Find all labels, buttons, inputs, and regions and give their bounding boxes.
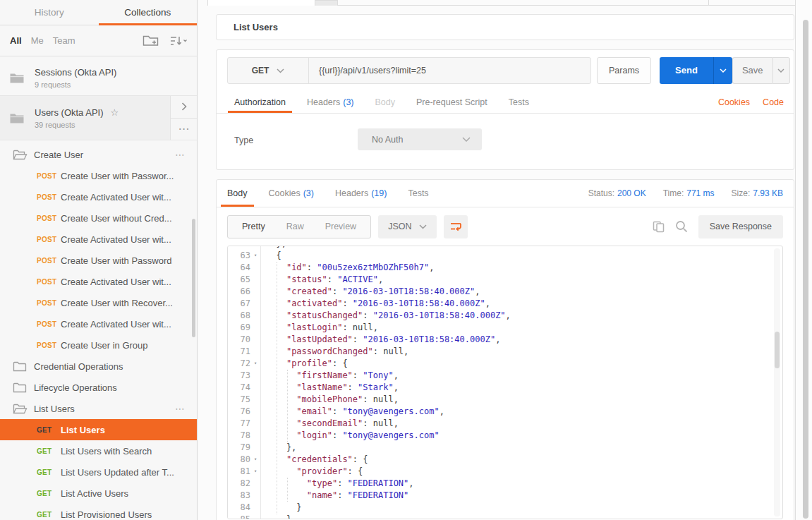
tab-cookies[interactable]: Cookies(3) xyxy=(269,180,314,207)
sidebar-request-create-activated-user-wit[interactable]: POSTCreate Activated User wit... xyxy=(0,313,197,334)
save-response-button[interactable]: Save Response xyxy=(698,215,783,238)
code-line: 70 "lastUpdated": "2016-03-10T18:58:40.0… xyxy=(228,334,772,346)
response-body-viewer[interactable]: 62 },63▾ {64 "id": "00u5zex6ztMbOZhF50h7… xyxy=(227,246,783,519)
sidebar-request-create-user-with-password[interactable]: POSTCreate User with Password xyxy=(0,250,197,271)
format-dropdown[interactable]: JSON xyxy=(378,215,437,238)
sidebar-tab-history[interactable]: History xyxy=(0,0,99,25)
sidebar-request-list-users[interactable]: GETList Users xyxy=(0,419,197,440)
view-mode-preview[interactable]: Preview xyxy=(315,222,367,231)
tabstrip-divider xyxy=(708,0,709,6)
code-token xyxy=(266,370,296,380)
collection-text: Users (Okta API) ☆ 39 requests xyxy=(35,107,119,129)
folder-label: List Users xyxy=(34,404,75,414)
collection-name: Sessions (Okta API) xyxy=(35,67,116,78)
sidebar-request-create-user-with-passwor[interactable]: POSTCreate User with Passwor... xyxy=(0,165,197,186)
fold-icon[interactable]: ▾ xyxy=(250,250,260,262)
cookies-link[interactable]: Cookies xyxy=(718,97,750,107)
sidebar-tab-collections[interactable]: Collections xyxy=(99,0,198,25)
sidebar-request-list-provisioned-users[interactable]: GETList Provisioned Users xyxy=(0,504,197,520)
sidebar-request-list-users-with-search[interactable]: GETList Users with Search xyxy=(0,440,197,461)
sidebar-folder-credential-operations[interactable]: Credential Operations xyxy=(0,356,197,377)
request-label: Create User with Passwor... xyxy=(61,171,174,181)
filter-all[interactable]: All xyxy=(10,35,22,46)
sidebar-request-list-users-updated-after-t[interactable]: GETList Users Updated after T... xyxy=(0,461,197,483)
auth-type-dropdown[interactable]: No Auth xyxy=(358,128,482,150)
collection-item-sessions[interactable]: Sessions (Okta API) 9 requests xyxy=(0,61,197,96)
send-options-button[interactable] xyxy=(713,57,732,84)
window-scrollbar-thumb[interactable] xyxy=(803,20,808,519)
code-token: : xyxy=(337,490,347,500)
tab-headers[interactable]: Headers(19) xyxy=(335,180,387,207)
code-token: , xyxy=(475,286,480,296)
code-token: "mobilePhone" xyxy=(296,394,363,404)
code-link[interactable]: Code xyxy=(763,97,784,107)
tab-body[interactable]: Body xyxy=(375,91,396,113)
tab-headers[interactable]: Headers(3) xyxy=(307,91,354,113)
tab-tests[interactable]: Tests xyxy=(408,180,428,207)
sidebar-request-create-activated-user-wit[interactable]: POSTCreate Activated User wit... xyxy=(0,186,197,207)
sidebar-request-create-user-with-recover[interactable]: POSTCreate User with Recover... xyxy=(0,292,197,313)
sidebar-request-list-active-users[interactable]: GETList Active Users xyxy=(0,483,197,504)
tab-body[interactable]: Body xyxy=(227,180,248,207)
code-token: : null, xyxy=(373,346,409,356)
tab-count: (3) xyxy=(343,97,353,107)
window-scrollbar[interactable] xyxy=(795,0,812,520)
sidebar-folder-create-user[interactable]: Create User⋯ xyxy=(0,144,197,165)
fold-icon[interactable]: ▾ xyxy=(250,466,260,478)
auth-type-value: No Auth xyxy=(372,135,403,145)
code-scrollbar-thumb[interactable] xyxy=(775,332,780,368)
tab-label: Body xyxy=(375,97,396,107)
active-editor-tab[interactable] xyxy=(207,0,316,6)
view-mode-pretty[interactable]: Pretty xyxy=(231,222,276,231)
expand-collection-button[interactable] xyxy=(171,96,197,118)
params-button[interactable]: Params xyxy=(597,57,651,84)
view-mode-raw[interactable]: Raw xyxy=(276,222,315,231)
new-tab-button[interactable] xyxy=(315,0,338,6)
more-icon[interactable]: ⋯ xyxy=(175,149,186,160)
sort-icon[interactable] xyxy=(170,36,187,46)
url-row: GET {{url}}/api/v1/users?limit=25 Params… xyxy=(217,50,794,91)
save-button[interactable]: Save xyxy=(732,57,772,84)
star-icon[interactable]: ☆ xyxy=(111,107,119,118)
sidebar-tree: Create User⋯POSTCreate User with Passwor… xyxy=(0,140,197,520)
code-text: "created": "2016-03-10T18:58:40.000Z", xyxy=(260,286,772,298)
request-label: Create User with Password xyxy=(61,255,172,266)
code-token: , xyxy=(394,382,399,392)
new-folder-icon[interactable] xyxy=(143,35,159,47)
collection-menu-button[interactable]: ⋯ xyxy=(171,118,197,140)
tab-authorization[interactable]: Authorization xyxy=(234,91,286,113)
code-text: "profile": { xyxy=(260,358,772,370)
code-token: : xyxy=(337,478,347,488)
search-icon[interactable] xyxy=(675,220,688,233)
url-input[interactable]: {{url}}/api/v1/users?limit=25 xyxy=(309,66,426,75)
sidebar-folder-lifecycle-operations[interactable]: Lifecycle Operations xyxy=(0,377,197,398)
filter-team[interactable]: Team xyxy=(53,35,75,46)
method-badge: POST xyxy=(37,236,61,243)
code-token: "ACTIVE" xyxy=(337,274,378,284)
tab-pre-request-script[interactable]: Pre-request Script xyxy=(416,91,487,113)
more-icon[interactable]: ⋯ xyxy=(175,403,186,414)
sidebar-folder-list-users[interactable]: List Users⋯ xyxy=(0,398,197,419)
fold-icon[interactable]: ▾ xyxy=(250,454,260,466)
sidebar-request-create-activated-user-wit[interactable]: POSTCreate Activated User wit... xyxy=(0,271,197,292)
fold-icon[interactable]: ▾ xyxy=(250,358,260,370)
code-scrollbar[interactable] xyxy=(774,248,780,516)
request-builder-card: GET {{url}}/api/v1/users?limit=25 Params… xyxy=(216,49,794,170)
sidebar-request-create-activated-user-wit[interactable]: POSTCreate Activated User wit... xyxy=(0,229,197,250)
collection-item-users[interactable]: Users (Okta API) ☆ 39 requests ⋯ xyxy=(0,96,197,140)
code-line: 72▾ "profile": { xyxy=(228,358,772,370)
copy-icon[interactable] xyxy=(653,221,665,233)
fold-spacer xyxy=(250,274,260,286)
sidebar-request-create-user-in-group[interactable]: POSTCreate User in Group xyxy=(0,334,197,356)
wrap-text-button[interactable] xyxy=(444,215,468,238)
sidebar-scrollbar[interactable] xyxy=(192,219,195,337)
sidebar-request-create-user-without-cred[interactable]: POSTCreate User without Cred... xyxy=(0,207,197,229)
save-options-button[interactable] xyxy=(772,57,790,84)
tab-tests[interactable]: Tests xyxy=(509,91,529,113)
method-dropdown[interactable]: GET xyxy=(228,58,309,83)
fold-spacer xyxy=(250,442,260,454)
filter-me[interactable]: Me xyxy=(31,35,44,46)
send-button[interactable]: Send xyxy=(660,57,713,84)
method-url-bar: GET {{url}}/api/v1/users?limit=25 xyxy=(227,57,591,84)
code-token xyxy=(266,466,296,476)
